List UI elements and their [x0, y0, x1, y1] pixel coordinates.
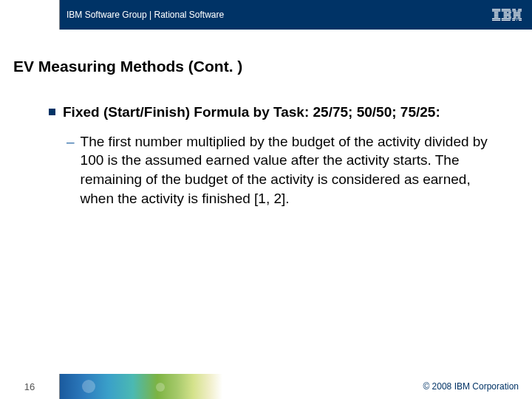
svg-rect-5 — [494, 17, 499, 18]
svg-rect-31 — [519, 20, 522, 21]
slide: IBM Software Group | Rational Software — [0, 0, 532, 399]
svg-rect-21 — [517, 10, 522, 11]
bullet-item: Fixed (Start/Finish) Formula by Task: 25… — [49, 103, 497, 122]
svg-rect-12 — [504, 13, 511, 14]
svg-rect-20 — [512, 10, 516, 11]
svg-rect-8 — [502, 9, 511, 10]
svg-rect-30 — [512, 20, 515, 21]
svg-rect-27 — [517, 17, 520, 18]
svg-rect-32 — [516, 18, 518, 19]
svg-rect-19 — [518, 9, 522, 10]
svg-rect-18 — [512, 9, 516, 10]
svg-rect-9 — [502, 10, 511, 11]
svg-rect-23 — [517, 12, 521, 13]
svg-rect-24 — [514, 13, 521, 14]
svg-rect-0 — [492, 9, 500, 10]
svg-rect-29 — [518, 18, 522, 19]
header-title: IBM Software Group | Rational Software — [66, 10, 224, 20]
svg-rect-22 — [514, 12, 517, 13]
sub-bullet-item: – The first number multiplied by the bud… — [66, 132, 497, 208]
slide-title: EV Measuring Methods (Cont. ) — [13, 58, 519, 75]
footer-right: © 2008 IBM Corporation — [222, 374, 532, 399]
header-main: IBM Software Group | Rational Software — [59, 0, 532, 30]
header-bar: IBM Software Group | Rational Software — [0, 0, 532, 30]
footer-decorative-image — [60, 374, 222, 399]
page-number-cell: 16 — [0, 374, 59, 399]
dash-bullet-icon: – — [66, 132, 75, 151]
svg-rect-26 — [514, 17, 516, 18]
svg-rect-14 — [504, 17, 508, 18]
page-number: 16 — [24, 381, 35, 392]
sub-bullet-text: The first number multiplied by the budge… — [81, 132, 497, 208]
svg-rect-10 — [504, 12, 508, 13]
svg-rect-15 — [508, 17, 511, 18]
svg-rect-16 — [502, 18, 511, 19]
svg-rect-28 — [512, 18, 516, 19]
slide-content: EV Measuring Methods (Cont. ) Fixed (Sta… — [13, 58, 519, 208]
svg-rect-13 — [504, 15, 511, 16]
svg-rect-2 — [494, 12, 499, 13]
footer-strip: © 2008 IBM Corporation — [60, 374, 532, 399]
svg-rect-1 — [492, 10, 500, 11]
footer-bar: 16 © 2008 IBM Corporation — [0, 374, 532, 399]
svg-rect-11 — [508, 12, 511, 13]
header-divider — [59, 0, 60, 30]
svg-rect-6 — [492, 18, 500, 19]
svg-rect-33 — [516, 20, 517, 21]
bullet-block: Fixed (Start/Finish) Formula by Task: 25… — [49, 103, 497, 208]
header-left-spacer — [0, 0, 59, 30]
ibm-logo-icon — [492, 9, 522, 21]
svg-rect-3 — [494, 13, 499, 14]
square-bullet-icon — [49, 109, 55, 115]
bullet-text: Fixed (Start/Finish) Formula by Task: 25… — [63, 103, 440, 122]
svg-rect-4 — [494, 15, 499, 16]
svg-rect-17 — [502, 20, 511, 21]
copyright-text: © 2008 IBM Corporation — [423, 381, 519, 392]
svg-rect-7 — [492, 20, 500, 21]
svg-rect-25 — [514, 15, 521, 16]
